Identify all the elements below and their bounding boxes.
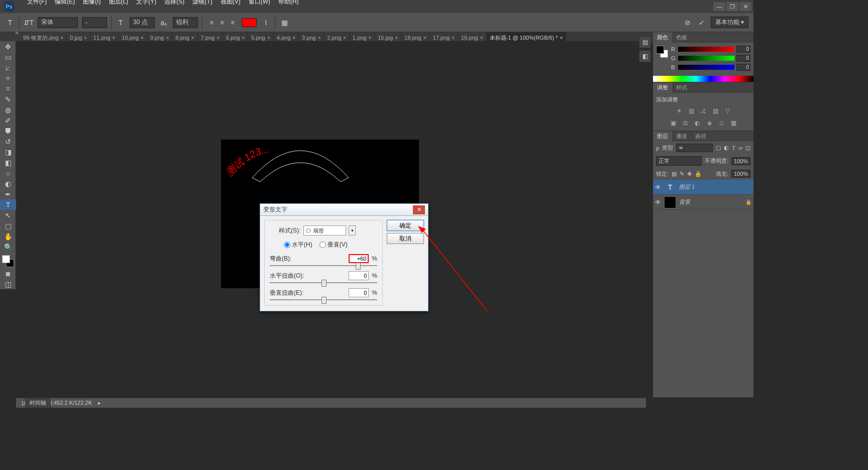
tab-close-icon[interactable]: × xyxy=(368,35,371,41)
lock-pixels-icon[interactable]: ✎ xyxy=(680,171,684,177)
workspace-dropdown[interactable]: 基本功能 ▾ xyxy=(711,17,748,28)
brush-tool[interactable]: ✐ xyxy=(0,115,16,126)
align-right-icon[interactable]: ≡ xyxy=(228,18,238,28)
aa-dropdown[interactable]: 锐利 xyxy=(173,17,198,28)
photo-filter-icon[interactable]: ◈ xyxy=(705,119,714,128)
menu-layer[interactable]: 图层(L) xyxy=(105,0,133,8)
dodge-tool[interactable]: ◐ xyxy=(0,178,16,189)
visibility-icon[interactable]: 👁 xyxy=(655,199,661,206)
text-orientation-icon[interactable]: ⇵T xyxy=(24,18,34,28)
cancel-icon[interactable]: ⊘ xyxy=(683,18,693,28)
align-left-icon[interactable]: ≡ xyxy=(206,18,216,28)
tab-close-icon[interactable]: × xyxy=(343,35,346,41)
properties-panel-icon[interactable]: ◧ xyxy=(639,50,651,62)
layer-row[interactable]: 👁 背景 🔒 xyxy=(653,195,753,210)
vertical-radio[interactable]: 垂直(V) xyxy=(319,241,348,249)
lock-all-icon[interactable]: 🔒 xyxy=(695,171,702,177)
tab-adjustments[interactable]: 调整 xyxy=(653,82,672,93)
menu-file[interactable]: 文件(F) xyxy=(23,0,51,8)
hdist-slider[interactable] xyxy=(270,282,377,283)
kind-dropdown[interactable]: ≑ xyxy=(676,144,713,152)
filter-type-icon[interactable]: T xyxy=(732,145,735,151)
text-color-swatch[interactable] xyxy=(242,18,257,27)
tab-styles[interactable]: 样式 xyxy=(672,82,691,93)
blend-mode-dropdown[interactable]: 正常 xyxy=(656,156,702,166)
menu-edit[interactable]: 编辑(E) xyxy=(51,0,79,8)
style-dropdown-arrow[interactable]: ▼ xyxy=(349,225,356,236)
restore-button[interactable]: ❐ xyxy=(726,2,738,11)
tabs-overflow-icon[interactable]: » xyxy=(15,29,19,36)
eyedropper-tool[interactable]: ✎ xyxy=(0,94,16,104)
style-dropdown[interactable]: ⬠ 扇形 xyxy=(303,225,346,236)
tab-close-icon[interactable]: × xyxy=(318,35,321,41)
lookup-icon[interactable]: ▦ xyxy=(729,119,738,128)
bend-input[interactable] xyxy=(349,254,369,263)
font-family-dropdown[interactable]: 宋体 xyxy=(38,17,78,28)
tab-color[interactable]: 颜色 xyxy=(653,32,672,43)
lock-position-icon[interactable]: ✥ xyxy=(687,171,692,177)
crop-tool[interactable]: ⌗ xyxy=(0,83,16,94)
lock-transparency-icon[interactable]: ▨ xyxy=(672,171,677,177)
clone-tool[interactable]: ⛊ xyxy=(0,126,16,136)
menu-select[interactable]: 选择(S) xyxy=(160,0,188,8)
vdist-slider[interactable] xyxy=(270,299,377,300)
opacity-input[interactable]: 100% xyxy=(731,157,750,165)
hue-icon[interactable]: ▣ xyxy=(669,119,678,128)
tab-close-icon[interactable]: × xyxy=(423,35,426,41)
warp-text-icon[interactable]: ⌇ xyxy=(261,18,271,28)
bw-icon[interactable]: ◐ xyxy=(693,119,702,128)
gradient-tool[interactable]: ◧ xyxy=(0,157,16,168)
g-value[interactable]: 0 xyxy=(736,55,750,62)
font-size-dropdown[interactable]: 30 点 xyxy=(130,17,155,28)
marquee-tool[interactable]: ▭ xyxy=(0,52,16,62)
tab-close-icon[interactable]: × xyxy=(216,35,220,41)
menu-filter[interactable]: 滤镜(T) xyxy=(188,0,216,8)
menu-help[interactable]: 帮助(H) xyxy=(274,0,303,8)
hdist-input[interactable] xyxy=(349,271,369,280)
layer-name[interactable]: 背景 xyxy=(679,198,742,206)
menu-view[interactable]: 视图(V) xyxy=(216,0,245,8)
levels-icon[interactable]: ▥ xyxy=(687,106,696,115)
cancel-button[interactable]: 取消 xyxy=(387,233,424,244)
r-slider[interactable] xyxy=(678,47,734,52)
tab-close-icon[interactable]: × xyxy=(560,35,563,41)
dialog-title-bar[interactable]: 变形文字 ✕ xyxy=(260,204,428,216)
filter-pixel-icon[interactable]: ▢ xyxy=(716,145,721,151)
layer-name[interactable]: 图层 1 xyxy=(679,183,751,191)
close-button[interactable]: ✕ xyxy=(739,2,751,11)
r-value[interactable]: 0 xyxy=(736,46,750,53)
menu-window[interactable]: 窗口(W) xyxy=(245,0,274,8)
layer-row[interactable]: 👁 T 图层 1 xyxy=(653,180,753,195)
quick-mask-icon[interactable]: ◙ xyxy=(0,268,16,279)
screen-mode-icon[interactable]: ◫ xyxy=(0,279,16,289)
exposure-icon[interactable]: ▨ xyxy=(711,106,720,115)
tab-close-icon[interactable]: × xyxy=(452,35,455,41)
g-slider[interactable] xyxy=(678,56,734,61)
color-swatches[interactable] xyxy=(0,254,16,268)
vdist-input[interactable] xyxy=(349,288,369,297)
mixer-icon[interactable]: ◇ xyxy=(717,119,726,128)
tab-close-icon[interactable]: × xyxy=(242,35,245,41)
history-panel-icon[interactable]: ▤ xyxy=(639,36,651,48)
tab-close-icon[interactable]: × xyxy=(292,35,295,41)
color-spectrum[interactable] xyxy=(653,76,753,82)
move-tool[interactable]: ✥ xyxy=(0,41,16,52)
filter-adj-icon[interactable]: ◐ xyxy=(724,145,729,151)
commit-icon[interactable]: ✓ xyxy=(697,18,707,28)
tab-channels[interactable]: 通道 xyxy=(672,131,691,142)
menu-type[interactable]: 文字(Y) xyxy=(132,0,160,8)
horizontal-radio[interactable]: 水平(H) xyxy=(284,241,312,249)
pen-tool[interactable]: ✒ xyxy=(0,189,16,199)
dialog-close-button[interactable]: ✕ xyxy=(413,205,425,214)
blur-tool[interactable]: ○ xyxy=(0,168,16,178)
path-select-tool[interactable]: ↖ xyxy=(0,210,16,220)
tab-close-icon[interactable]: × xyxy=(166,35,169,41)
shape-tool[interactable]: ▢ xyxy=(0,220,16,231)
tab-close-icon[interactable]: × xyxy=(267,35,270,41)
hand-tool[interactable]: ✋ xyxy=(0,231,16,242)
text-tool[interactable]: T xyxy=(0,199,16,210)
tab-layers[interactable]: 图层 xyxy=(653,131,672,142)
ok-button[interactable]: 确定 xyxy=(387,220,424,231)
wand-tool[interactable]: ✧ xyxy=(0,73,16,83)
panel-color-swatch[interactable] xyxy=(656,46,668,58)
